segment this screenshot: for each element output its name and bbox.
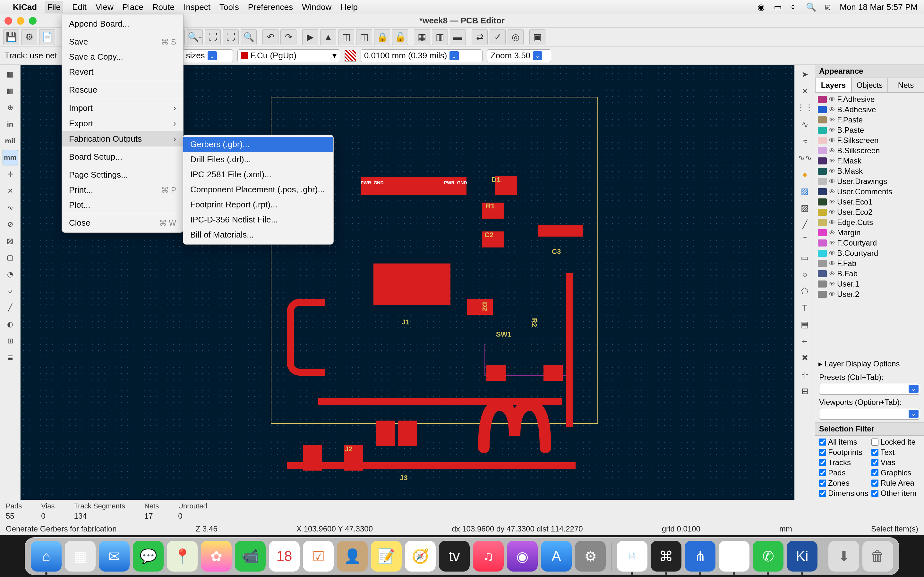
zoom-dropdown[interactable]: Zoom 3.50⌄ — [487, 49, 551, 62]
filter-checkbox[interactable]: Locked ite — [871, 438, 920, 446]
layer-visibility-icon[interactable]: 👁 — [829, 250, 835, 257]
menuitem-close[interactable]: Close⌘ W — [62, 215, 183, 230]
layer-row[interactable]: 👁F.Courtyard — [818, 238, 921, 248]
submenuitem-component-placement[interactable]: Component Placement (.pos, .gbr)... — [183, 182, 333, 197]
add-zone-icon[interactable]: ▨ — [797, 183, 813, 199]
dock-terminal-icon[interactable]: ⌘ — [651, 541, 682, 572]
layer-row[interactable]: 👁Edge.Cuts — [818, 218, 921, 227]
menu-view[interactable]: View — [95, 2, 113, 12]
add-dimension-icon[interactable]: ↔ — [797, 334, 813, 349]
update-from-schematic-icon[interactable]: ⇄ — [472, 29, 488, 45]
cursor-icon[interactable]: ▶ — [302, 29, 318, 45]
menuitem-save-copy[interactable]: Save a Copy... — [62, 49, 183, 64]
pad-display-icon[interactable]: ◔ — [3, 267, 18, 282]
submenuitem-ipc-d-356[interactable]: IPC-D-356 Netlist File... — [183, 212, 333, 227]
dock-messages-icon[interactable]: 💬 — [133, 541, 164, 572]
layer-row[interactable]: 👁B.Paste — [818, 125, 921, 135]
grid-dropdown[interactable]: 0.0100 mm (0.39 mils)⌄ — [360, 49, 483, 62]
dock-launchpad-icon[interactable]: ▦ — [65, 541, 95, 572]
control-center-icon[interactable]: ⎚ — [823, 2, 833, 12]
layer-visibility-icon[interactable]: 👁 — [829, 116, 835, 124]
viewports-dropdown[interactable]: ⌄ — [819, 408, 920, 420]
layer-row[interactable]: 👁B.Courtyard — [818, 248, 921, 258]
cursor-shape-icon[interactable]: ✛ — [3, 167, 18, 182]
layer-row[interactable]: 👁F.Mask — [818, 156, 921, 166]
dock-podcasts-icon[interactable]: ◉ — [507, 541, 538, 572]
spotlight-icon[interactable]: 🔍 — [806, 2, 816, 12]
layer-visibility-icon[interactable]: 👁 — [829, 137, 835, 144]
board-setup-icon[interactable]: ⚙ — [21, 29, 37, 45]
tune-length-icon[interactable]: ∿∿ — [797, 150, 813, 165]
submenuitem-ipc2581[interactable]: IPC-2581 File (.xml)... — [183, 167, 333, 182]
grid-toggle-icon[interactable]: ▦ — [3, 67, 18, 82]
group-icon[interactable]: ◫ — [338, 29, 354, 45]
window-minimize-button[interactable] — [17, 17, 24, 25]
filter-checkbox[interactable]: Vias — [871, 458, 920, 467]
ratsnest-toggle-icon[interactable]: ✕ — [3, 183, 18, 199]
layer-row[interactable]: 👁User.Drawings — [818, 176, 921, 187]
menu-tools[interactable]: Tools — [220, 2, 239, 12]
grid-override-icon[interactable]: ▦ — [3, 83, 18, 99]
draw-circle-icon[interactable]: ○ — [797, 267, 813, 282]
layer-visibility-icon[interactable]: 👁 — [829, 127, 835, 134]
dock-contacts-icon[interactable]: 👤 — [337, 541, 368, 572]
net-highlight-icon[interactable]: ⊘ — [3, 217, 18, 232]
menu-place[interactable]: Place — [123, 2, 144, 12]
zoom-objects-icon[interactable]: ⛶ — [223, 29, 239, 45]
dock-whatsapp-icon[interactable]: ✆ — [753, 541, 783, 572]
layer-row[interactable]: 👁User.1 — [818, 279, 921, 289]
filter-checkbox[interactable]: Text — [871, 448, 920, 457]
dock-notes-icon[interactable]: 📝 — [371, 541, 402, 572]
contrast-mode-icon[interactable]: ◐ — [3, 317, 18, 332]
layer-row[interactable]: 👁B.Adhesive — [818, 105, 921, 115]
menu-edit[interactable]: Edit — [72, 2, 87, 12]
tab-nets[interactable]: Nets — [888, 78, 924, 93]
layer-visibility-icon[interactable]: 👁 — [829, 260, 835, 268]
layer-visibility-icon[interactable]: 👁 — [829, 229, 835, 237]
mils-unit-button[interactable]: mil — [3, 133, 18, 149]
dock-vscode-icon[interactable]: ⋔ — [685, 541, 716, 572]
add-via-icon[interactable]: ● — [797, 167, 813, 182]
dock-reminders-icon[interactable]: ☑ — [303, 541, 334, 572]
zoom-selection-icon[interactable]: 🔍 — [241, 29, 257, 45]
submenuitem-gerbers[interactable]: Gerbers (.gbr)... — [183, 137, 333, 152]
grid-origin-icon[interactable]: ⊞ — [797, 384, 813, 399]
ungroup-icon[interactable]: ◫ — [356, 29, 372, 45]
track-display-icon[interactable]: ╱ — [3, 300, 18, 316]
filter-checkbox[interactable]: Dimensions — [819, 489, 868, 498]
menuitem-revert[interactable]: Revert — [62, 64, 183, 79]
filter-checkbox[interactable]: Rule Area — [871, 479, 920, 488]
save-icon[interactable]: 💾 — [3, 29, 19, 45]
draw-arc-icon[interactable]: ⌒ — [797, 234, 813, 249]
add-textbox-icon[interactable]: ▤ — [797, 317, 813, 332]
redo-icon[interactable]: ↷ — [280, 29, 296, 45]
app-name[interactable]: KiCad — [13, 2, 37, 12]
draw-rect-icon[interactable]: ▭ — [797, 250, 813, 266]
menu-route[interactable]: Route — [152, 2, 174, 12]
submenuitem-footprint-report[interactable]: Footprint Report (.rpt)... — [183, 197, 333, 212]
draw-line-icon[interactable]: ╱ — [797, 217, 813, 232]
layer-row[interactable]: 👁B.Fab — [818, 269, 921, 279]
battery-icon[interactable]: ▭ — [773, 2, 782, 12]
filter-checkbox[interactable]: Zones — [819, 479, 868, 488]
dock-music-icon[interactable]: ♫ — [473, 541, 504, 572]
layer-row[interactable]: 👁B.Mask — [818, 166, 921, 176]
dock-facetime-icon[interactable]: 📹 — [235, 541, 266, 572]
set-origin-icon[interactable]: ⊹ — [797, 367, 813, 382]
menu-preferences[interactable]: Preferences — [248, 2, 293, 12]
layer-row[interactable]: 👁F.Paste — [818, 115, 921, 125]
menuitem-plot[interactable]: Plot... — [62, 197, 183, 213]
page-settings-icon[interactable]: 📄 — [39, 29, 55, 45]
undo-icon[interactable]: ↶ — [262, 29, 278, 45]
filter-checkbox[interactable]: Pads — [819, 468, 868, 477]
dock-downloads-icon[interactable]: ⬇ — [829, 541, 859, 572]
menu-help[interactable]: Help — [341, 2, 357, 12]
layer-row[interactable]: 👁F.Adhesive — [818, 94, 921, 105]
menuitem-board-setup[interactable]: Board Setup... — [62, 149, 183, 164]
tab-objects[interactable]: Objects — [851, 78, 888, 93]
layer-row[interactable]: 👁User.Eco1 — [818, 197, 921, 207]
tab-layers[interactable]: Layers — [815, 78, 851, 93]
highlight-net-icon[interactable]: ✕ — [797, 83, 813, 99]
drc-icon[interactable]: ✓ — [489, 29, 506, 45]
layer-row[interactable]: 👁User.Eco2 — [818, 207, 921, 218]
